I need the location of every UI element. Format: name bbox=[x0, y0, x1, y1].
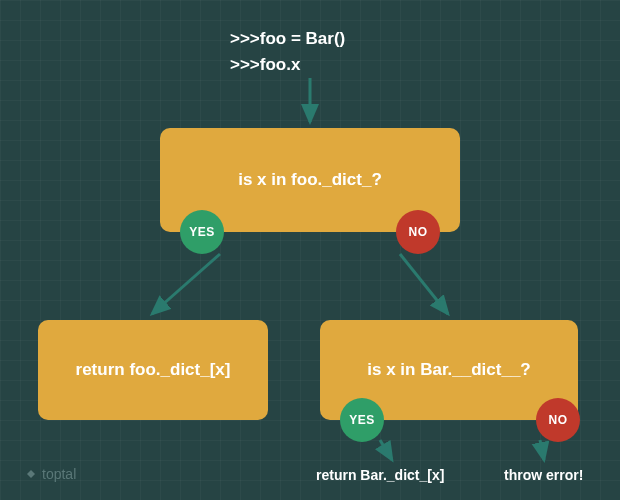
result-return-bar: return Bar._dict_[x] bbox=[316, 467, 444, 483]
yes-badge-1: YES bbox=[180, 210, 224, 254]
brand-name: toptal bbox=[42, 466, 76, 482]
toptal-icon bbox=[24, 467, 38, 481]
svg-line-4 bbox=[540, 440, 544, 460]
no-badge-2: NO bbox=[536, 398, 580, 442]
code-line-2: >>>foo.x bbox=[230, 52, 345, 78]
decision-text: is x in Bar.__dict__? bbox=[367, 360, 530, 380]
result-box-return-foo: return foo._dict_[x] bbox=[38, 320, 268, 420]
result-throw-error: throw error! bbox=[504, 467, 583, 483]
svg-line-1 bbox=[152, 254, 220, 314]
svg-line-2 bbox=[400, 254, 448, 314]
code-header: >>>foo = Bar() >>>foo.x bbox=[230, 26, 345, 77]
yes-badge-2: YES bbox=[340, 398, 384, 442]
svg-line-3 bbox=[380, 440, 392, 460]
decision-text: is x in foo._dict_? bbox=[238, 170, 382, 190]
brand-logo: toptal bbox=[24, 466, 76, 482]
code-line-1: >>>foo = Bar() bbox=[230, 26, 345, 52]
result-text: return foo._dict_[x] bbox=[76, 360, 231, 380]
no-badge-1: NO bbox=[396, 210, 440, 254]
